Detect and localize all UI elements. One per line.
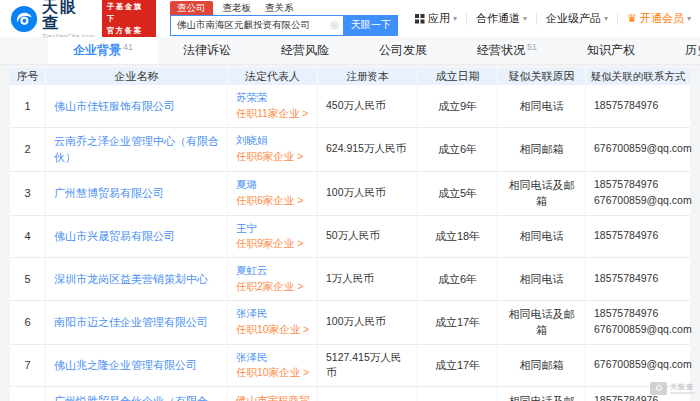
menu-item-apps[interactable]: 应用 ▾ [406,11,466,26]
registered-capital: 50万人民币 [318,216,418,258]
table-row: 7 佛山兆之隆企业管理有限公司 张泽民 任职10家企业 > 5127.415万人… [10,345,690,388]
contact-value: 676700859@qq.com [594,322,682,338]
search-tab-relation[interactable]: 查关系 [265,3,294,15]
chevron-down-icon: ▾ [687,14,691,23]
rep-positions-link[interactable]: 任职10家企业 > [236,322,313,338]
tab-legal-litigation[interactable]: 法律诉讼 [158,37,256,64]
relation-reason: 相同电话 [498,216,586,258]
tab-company-background[interactable]: 企业背景 41 [48,37,158,64]
menu-cooperation-label: 合作通道 [476,11,520,26]
menu-vip-label: 开通会员 [640,11,684,26]
badge-line-1: 国家中小企业发展子基金旗下 [107,0,151,25]
chevron-down-icon: ▾ [604,14,608,23]
tab-label: 历史信息 [685,42,700,59]
tab-intellectual-property[interactable]: 知识产权 [562,37,660,64]
company-name-link[interactable]: 云南乔之泽企业管理中心（有限合伙） [54,133,219,166]
registered-capital: 1万人民币 [318,258,418,300]
registered-capital: 100万人民币 [318,301,418,344]
search-button[interactable]: 天眼一下 [344,15,398,36]
search-tab-boss[interactable]: 查老板 [223,3,252,15]
company-name-link[interactable]: 佛山市兴晟贸易有限公司 [54,228,219,245]
table-row: 8 广州悦胜贸易合伙企业（有限合伙） 佛山市宇程商贸有限公司 1000万人民币 … [10,387,690,401]
search-input[interactable] [175,19,328,32]
col-header-index: 序号 [10,68,46,85]
establish-age: 成立6年 [418,258,498,300]
company-name-link[interactable]: 南阳市迈之佳企业管理有限公司 [54,314,219,331]
rep-positions-link[interactable]: 任职10家企业 > [236,365,313,381]
col-header-registered-capital: 注册资本 [318,69,418,85]
contact-value: 18575784976 [594,228,682,244]
legal-rep-link[interactable]: 王宁 [236,221,313,237]
col-header-company-name: 企业名称 [46,68,228,85]
top-bar: 天眼查 TianYanCha.com 国家中小企业发展子基金旗下 官方备案企业征… [0,0,700,37]
rep-positions-link[interactable]: 任职6家企业 > [236,149,313,165]
menu-item-enterprise[interactable]: 企业级产品 ▾ [537,11,617,26]
camera-search-icon[interactable]: ◎ [330,20,339,30]
company-name-link[interactable]: 佛山市佳钰服饰有限公司 [54,98,219,115]
menu-item-vip[interactable]: ♛ 开通会员 ▾ [618,11,700,26]
establish-age: 成立6年 [418,128,498,171]
row-index: 3 [10,172,46,215]
table-row: 5 深圳市龙岗区益美营销策划中心 夏虹云 任职2家企业 > 1万人民币 成立6年… [10,258,690,301]
tab-label: 经营风险 [281,42,329,59]
watermark-underline [670,392,694,394]
section-navbar: 企业背景 41 法律诉讼 经营风险 公司发展 经营状况 51 知识产权 历史信息 [0,37,700,65]
relation-reason: 相同邮箱 [498,128,586,171]
tab-count-badge: 41 [123,42,133,52]
row-index: 1 [10,85,46,127]
rep-positions-link[interactable]: 任职6家企业 > [236,193,313,209]
establish-age: 成立17年 [418,301,498,344]
tab-operation-status[interactable]: 经营状况 51 [452,37,562,64]
contact-value: 18575784976 [594,271,682,287]
legal-rep-link[interactable]: 夏虹云 [236,263,313,279]
rep-positions-link[interactable]: 任职9家企业 > [236,236,313,252]
tab-label: 企业背景 [73,42,121,59]
tab-operation-risk[interactable]: 经营风险 [256,37,354,64]
table-row: 3 广州慧博贸易有限公司 夏璐 任职6家企业 > 100万人民币 成立5年 相同… [10,172,690,216]
tab-company-development[interactable]: 公司发展 [354,37,452,64]
registered-capital: 624.915万人民币 [318,128,418,171]
legal-rep-link[interactable]: 张泽民 [236,350,313,366]
top-menu: 应用 ▾ 合作通道 ▾ 企业级产品 ▾ ♛ 开通会员 ▾ [406,11,700,26]
row-index: 4 [10,216,46,258]
company-name-link[interactable]: 广州悦胜贸易合伙企业（有限合伙） [54,393,219,401]
rep-positions-link[interactable]: 任职2家企业 > [236,279,313,295]
relation-reason: 相同电话及邮箱 [498,387,586,401]
menu-item-cooperation[interactable]: 合作通道 ▾ [467,11,536,26]
watermark-text: 天眼查 [670,383,694,394]
relation-reason: 相同电话 [498,85,586,127]
legal-rep-link[interactable]: 夏璐 [236,177,313,193]
tianyancha-watermark: 天眼查 [650,382,694,395]
chevron-down-icon: ▾ [523,14,527,23]
rep-positions-link[interactable]: 任职11家企业 > [236,106,313,122]
search-tabs: 查公司 查老板 查关系 [170,2,398,15]
company-name-link[interactable]: 佛山兆之隆企业管理有限公司 [54,357,219,374]
establish-age: 成立17年 [418,345,498,387]
tab-label: 知识产权 [587,42,635,59]
company-name-link[interactable]: 深圳市龙岗区益美营销策划中心 [54,271,219,288]
contact-value: 18575784976 [594,98,682,114]
col-header-relation-contact: 疑似关联的联系方式 [586,69,690,85]
establish-age: 成立9年 [418,85,498,127]
legal-rep-link[interactable]: 苏荣荣 [236,90,313,106]
row-index: 7 [10,345,46,387]
row-index: 5 [10,258,46,300]
company-name-link[interactable]: 广州慧博贸易有限公司 [54,185,219,202]
col-header-relation-reason: 疑似关联原因 [498,68,586,85]
search-tab-company[interactable]: 查公司 [170,1,213,15]
legal-rep-link[interactable]: 张泽民 [236,306,313,322]
tab-label: 法律诉讼 [183,42,231,59]
registered-capital: 5127.415万人民币 [318,345,418,387]
tab-history-info[interactable]: 历史信息 [660,37,700,64]
legal-rep-company-link[interactable]: 佛山市宇程商贸有限公司 [236,393,313,401]
search-area: 查公司 查老板 查关系 ◎ 天眼一下 [170,2,398,36]
relation-reason: 相同电话及邮箱 [498,172,586,215]
table-row: 1 佛山市佳钰服饰有限公司 苏荣荣 任职11家企业 > 450万人民币 成立9年… [10,85,690,128]
crown-icon: ♛ [627,13,637,24]
menu-enterprise-label: 企业级产品 [546,11,601,26]
tab-label: 公司发展 [379,42,427,59]
tianyancha-logo-icon [10,5,38,33]
legal-rep-link[interactable]: 刘晓娟 [236,133,313,149]
watermark-label: 天眼查 [670,383,694,390]
brand-name: 天眼查 [42,0,95,31]
